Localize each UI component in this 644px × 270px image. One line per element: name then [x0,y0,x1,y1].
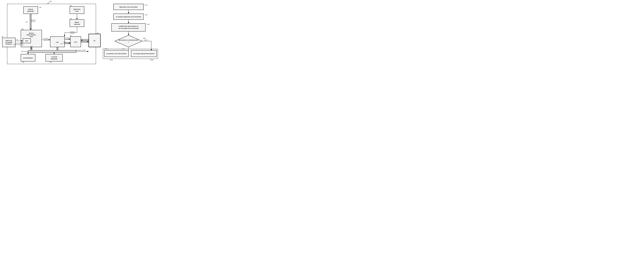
s210-label: PRINTING TEST PATTERN [119,6,138,8]
ref-290: 290 [22,62,24,63]
svg-line-4 [47,2,50,4]
control-signal-1b: SIGNAL [31,21,36,22]
s250b-label: SCANNING RIGHT DEVIATION [133,53,154,55]
ref-100: 100 [96,32,98,34]
image-memory-label1: IMAGE [28,9,33,10]
ref-260: 260 [22,29,24,30]
s230-label1: COMPUTING DEVIATION OF [118,26,138,27]
image-memory-label2: MEMORY [27,11,34,12]
adc-label: ADC [25,40,28,42]
ref-200: 200 [50,1,52,2]
ref-s240: S240 [143,38,146,39]
shuttle-scanner-label3: MODULE [6,43,12,45]
s240-label1: DEVIATING SCANNED DATA [119,39,138,41]
s250a-label: SCANNING LEFT DEVIATION [106,53,126,55]
printing-unit-block [70,7,84,14]
control-signal-ipu-cpu: CONTROL [43,38,49,39]
shuttle-scanner-label2: SCANNER [5,42,12,43]
svg-rect-15 [81,39,88,43]
control-signal-pd-b: SIGNAL [70,33,74,34]
ref-s220: S220 [145,14,148,16]
ref-s250b: S250b [150,59,154,61]
svg-rect-30 [30,46,32,50]
ref-210: 210 [70,35,72,37]
ref-s250a: S250a [110,59,113,61]
control-signal-cpu-ecp: CONTROL [65,37,70,39]
control-signal-pd: CONTROL [70,31,75,33]
control-signal-cpu-ecp-b: SIGNAL [65,39,70,40]
print-driver-label1: PRINT [75,22,79,23]
ref-240: 240 [70,18,72,20]
control-signal-ipu-cpu-b: SIGNAL [44,40,48,41]
clk-label: CLK [16,39,18,40]
print-driver-block [70,20,84,27]
diagram-container: 200 SHUTTLE SCANNER MODULE 270 IMAGE MEM… [0,0,161,68]
svg-rect-29 [56,47,58,50]
bus-label: BUS [26,22,28,23]
svg-rect-20 [28,50,76,53]
s230-label2: OF SCANNED TEST PATTERN [118,28,139,29]
system-memory-label1: SYSTEM [51,56,57,58]
ref-s210: S210 [145,4,148,6]
cpu-label: CPU [56,42,59,43]
rasterizer-label: RASTERIZER [23,57,33,59]
ref-250: 250 [70,5,72,7]
shuttle-scanner-label: SHUTTLE [6,40,12,41]
ref-280: 280 [39,7,41,8]
svg-rect-12 [65,42,70,44]
ref-s250: S250 [104,48,107,50]
facsimile-signal-label: FACSIMILE SIGNAL [76,50,86,51]
ref-220: 220 [50,62,52,63]
ipu-label2: PROCESSING [26,34,36,36]
control-signal-1: CONTROL [30,20,36,21]
system-memory-block [46,54,62,61]
printing-unit-label1: PRINTING [73,9,80,10]
printing-unit-label2: UNIT [75,11,79,12]
ref-s230: S230 [147,24,150,25]
system-memory-label2: MEMORY [51,58,58,60]
data-label: DATA [60,43,64,44]
image-data-label: IMAGE DATA [13,44,20,45]
pc-label: PC [94,40,96,42]
s240-label2: ? [128,41,129,43]
right-label: RIGHT [144,40,148,41]
ecp-label: ECP [74,41,77,43]
ipu-label1: IMAGE [29,32,34,34]
print-driver-label2: DRIVER [74,24,80,25]
ref-230: 230 [63,42,65,43]
ref-260a: 260a [21,44,24,46]
ipu-label3: UNIT [30,36,33,37]
s220-label: SCANNING PRINTED TEST PATTERN [116,16,141,18]
image-memory-block [24,7,38,14]
ref-270: 270 [1,36,3,38]
